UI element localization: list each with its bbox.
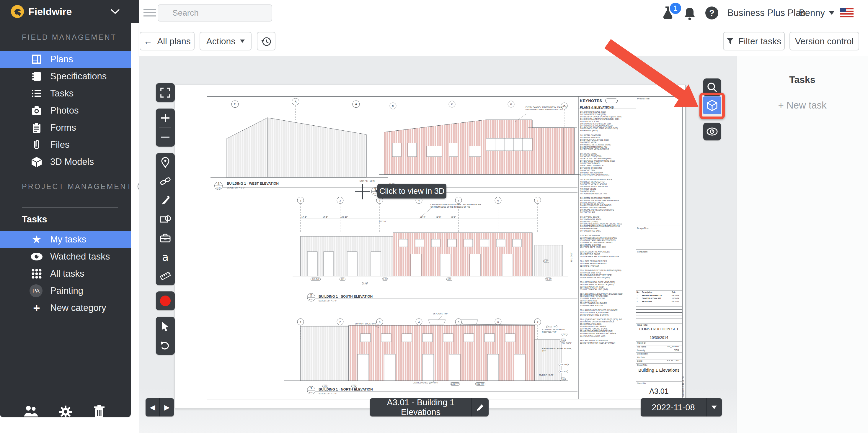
- keynote-line: [580, 213, 636, 216]
- trash-icon: [93, 405, 106, 418]
- whats-new-button[interactable]: 1: [661, 6, 674, 20]
- sidebar-item-all-tasks[interactable]: All tasks: [0, 265, 131, 282]
- keynote-line: 21.01 FIRE SPRINKLER RISER: [580, 260, 636, 263]
- keynote-tag: 8.01: [340, 277, 345, 281]
- star-icon: ★: [30, 233, 43, 246]
- keynotes-subtitle: PLANS & ELEVATIONS: [580, 106, 636, 109]
- revision-header-row: No. Description Date: [636, 291, 682, 294]
- version-dropdown-button[interactable]: [707, 406, 722, 409]
- revision-row: [636, 313, 682, 316]
- project-switcher-chevron-icon[interactable]: [110, 8, 120, 15]
- hamburger-menu-icon[interactable]: [144, 8, 156, 17]
- keynote-line: 12.03 TRASH & RECYCLING RECEPTACLES: [580, 256, 636, 258]
- people-button[interactable]: [23, 405, 38, 418]
- new-task-button[interactable]: + New task: [737, 100, 868, 111]
- shapes-tool-button[interactable]: [156, 210, 175, 229]
- zoom-in-button[interactable]: [156, 108, 175, 127]
- sidebar-item-tasks[interactable]: Tasks: [0, 85, 131, 102]
- keynote-line: 27.02 DATA DEVICE, BY OWNER: [580, 311, 636, 314]
- keynote-line: [580, 316, 636, 319]
- field-label: Drawn by:: [637, 349, 646, 351]
- sidebar-item-watched-tasks[interactable]: Watched tasks: [0, 248, 131, 265]
- keynote-line: 3.04 CONC PLANTER W/ CURBS (SLD, SCD): [580, 118, 636, 120]
- sidebar-divider: [22, 207, 118, 208]
- grid-bubble-label: E: [451, 103, 453, 106]
- keynote-line: 3.02 CONCRETE STAIR (SSD): [580, 113, 636, 115]
- grid-bubble-label: 3: [379, 199, 380, 202]
- sidebar-item-new-category[interactable]: + New category: [0, 299, 131, 317]
- project-title-label: Project Title:: [637, 97, 650, 100]
- toolbox-tool-button[interactable]: [156, 229, 175, 247]
- text-tool-button[interactable]: a: [156, 247, 175, 266]
- history-button[interactable]: [257, 32, 275, 51]
- settings-button[interactable]: [58, 405, 73, 419]
- sidebar-item-label: Plans: [50, 54, 73, 65]
- sidebar-item-label: Watched tasks: [50, 251, 110, 262]
- cursor-tool-button[interactable]: [156, 317, 175, 336]
- zoom-out-button[interactable]: [156, 128, 175, 146]
- notifications-button[interactable]: [684, 6, 695, 20]
- visibility-button[interactable]: [703, 123, 721, 140]
- keynote-line: 5.07 EXPOSED METAL DECKING: [580, 148, 636, 151]
- version-date-pill[interactable]: 2022-11-08: [641, 398, 722, 417]
- link-tool-button[interactable]: [156, 172, 175, 191]
- sidebar-item-3d-models[interactable]: 3D Models: [0, 154, 131, 170]
- all-plans-button[interactable]: ← All plans: [140, 32, 194, 51]
- project-management-section-label: PROJECT MANAGEMENT ?: [22, 181, 148, 192]
- fullscreen-button[interactable]: [156, 83, 175, 102]
- search-input[interactable]: [158, 8, 279, 18]
- sidebar-item-plans[interactable]: Plans: [0, 51, 131, 68]
- actions-button[interactable]: Actions: [199, 32, 252, 51]
- sidebar-item-category-painting[interactable]: PA Painting: [0, 282, 131, 299]
- keynote-tag: 8.01: [446, 277, 452, 281]
- keynote-line: 8.02 METAL & GLASS DOORS AND FRAMES: [580, 199, 636, 202]
- keynotes-list: 3.01 CONCRETE WALL (SSD)3.02 CONCRETE ST…: [580, 111, 636, 344]
- keynote-line: 12.01 RESIDENTIAL APPLIANCES: [580, 251, 636, 253]
- keynote-line: 5.04 SHEET METAL: [580, 141, 636, 144]
- field-label: Checked by:: [637, 353, 648, 355]
- record-button[interactable]: [156, 292, 175, 310]
- keynote-tag: 6.01: [382, 277, 388, 281]
- gear-icon: [58, 405, 73, 419]
- user-name: Benny: [799, 8, 825, 18]
- next-sheet-button[interactable]: ▶: [160, 403, 174, 411]
- pen-tool-button[interactable]: [156, 191, 175, 210]
- keynote-line: 21.03 FIRE HYDRANT: [580, 265, 636, 267]
- previous-sheet-button[interactable]: ◀: [146, 403, 159, 411]
- keynote-line: 6.04 EXPOSED WOOD RAFTERS (SSD): [580, 160, 636, 162]
- keynote-line: 7.03 SHEET METAL FLASHING: [580, 183, 636, 186]
- language-flag-icon[interactable]: [840, 8, 854, 18]
- tasks-panel-divider: [748, 90, 856, 90]
- help-button[interactable]: ?: [705, 6, 718, 20]
- pin-tool-button[interactable]: [156, 153, 175, 172]
- sidebar-item-specifications[interactable]: Specifications: [0, 68, 131, 85]
- trash-button[interactable]: [93, 405, 106, 418]
- task-list-icon: [30, 88, 43, 99]
- keynote-tag: 7.04: [351, 385, 357, 388]
- keynote-line: 26.01 ELECTRICAL EQUIPMENT, DEVICES (SED…: [580, 293, 636, 295]
- sidebar-item-forms[interactable]: Forms: [0, 119, 131, 136]
- keynote-tag: 5.06: [560, 377, 566, 381]
- sidebar-item-files[interactable]: Files: [0, 136, 131, 154]
- sidebar-item-photos[interactable]: Photos: [0, 102, 131, 119]
- bell-icon: [684, 6, 695, 20]
- sheet-name-pill[interactable]: A3.01 - Building 1 Elevations: [370, 398, 489, 417]
- keynote-tag: 26.02 TYP: [546, 325, 557, 328]
- version-control-button[interactable]: Version control: [789, 32, 859, 51]
- user-menu[interactable]: Benny: [799, 8, 834, 18]
- keynote-line: 3.01 CONCRETE WALL (SSD): [580, 111, 636, 113]
- dimension-text: 32'-1 5/16": [570, 252, 572, 262]
- keynote-line: 6.03 EXPOSED WOOD BEAM (SSD): [580, 158, 636, 160]
- keynote-line: 5.05 RIBBED METAL PANEL SIDING: [580, 144, 636, 146]
- keynote-line: 23.02 MECHANICAL RADIATOR (SMD): [580, 284, 636, 286]
- undo-button[interactable]: [156, 336, 175, 355]
- keynote-line: 21.02 FIRE SPRINKLER HEAD: [580, 263, 636, 265]
- rename-sheet-button[interactable]: [472, 403, 489, 411]
- measure-tool-button[interactable]: [156, 266, 175, 285]
- sheet-note: T.O. ROOF: [562, 342, 579, 344]
- filter-tasks-button[interactable]: Filter tasks: [723, 32, 785, 51]
- grid-bubble-label: 7: [537, 321, 538, 324]
- sidebar-item-my-tasks[interactable]: ★ My tasks: [0, 231, 131, 248]
- keynote-tag: 7.01: [562, 333, 567, 336]
- elevation-title: BUILDING 1 - NORTH ELEVATION: [318, 388, 373, 391]
